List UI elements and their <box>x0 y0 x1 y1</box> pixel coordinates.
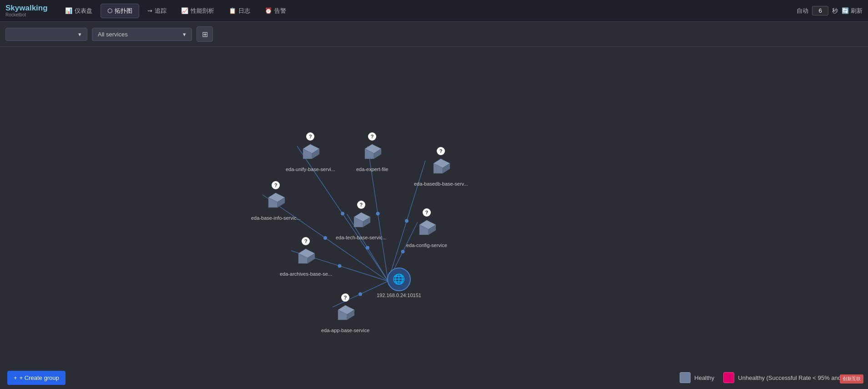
node-label: eda-unify-base-servi... <box>286 167 335 172</box>
node-eda-config[interactable]: ? eda-config-service <box>406 208 447 248</box>
service-dropdown-value: All services <box>98 31 128 38</box>
service-icon <box>415 217 439 241</box>
node-label: 192.168.0.24:10151 <box>377 293 421 298</box>
nav-profile[interactable]: 📈 性能剖析 <box>175 4 221 18</box>
logo-sub: Rocketbot <box>5 12 26 17</box>
node-badge: ? <box>423 208 431 217</box>
service-icon <box>360 141 384 165</box>
node-label: eda-config-service <box>406 242 447 248</box>
node-eda-expert[interactable]: ? eda-expert-file <box>356 132 388 172</box>
layout-button[interactable]: ⊞ <box>197 26 213 42</box>
topology-icon: ⬡ <box>107 7 112 14</box>
legend-healthy: Healthy <box>680 372 714 383</box>
service-icon <box>429 156 453 180</box>
node-label: eda-base-info-servic... <box>251 215 301 221</box>
node-badge: ? <box>341 293 349 302</box>
auto-label: 自动 <box>797 7 808 15</box>
chevron-down-icon: ▾ <box>78 31 81 38</box>
trace-icon: ⇝ <box>147 7 152 14</box>
nav-topology[interactable]: ⬡ 拓扑图 <box>101 4 139 18</box>
log-icon: 📋 <box>229 7 236 14</box>
service-icon <box>333 303 357 326</box>
legend: Healthy Unhealthy (Successful Rate < 95%… <box>680 372 861 383</box>
nav-log[interactable]: 📋 日志 <box>222 4 257 18</box>
node-badge: ? <box>272 181 280 189</box>
dashboard-icon: 📊 <box>65 7 72 14</box>
topology-area: ? eda-unify-base-servi... ? <box>0 47 868 389</box>
refresh-icon: 🔄 <box>842 7 849 14</box>
logo-text: Skywalking <box>5 4 48 13</box>
logo-area: Skywalking Rocketbot <box>5 4 48 18</box>
node-label: eda-expert-file <box>356 167 388 172</box>
svg-point-9 <box>366 246 369 250</box>
bottom-bar: + + Create group Healthy Unhealthy (Succ… <box>0 366 868 389</box>
navbar-right: 自动 秒 🔄 刷新 <box>797 6 863 15</box>
node-badge: ? <box>437 147 445 155</box>
healthy-label: Healthy <box>694 374 714 381</box>
nav-dashboard[interactable]: 📊 仪表盘 <box>59 4 99 18</box>
seconds-unit: 秒 <box>832 7 838 15</box>
node-eda-basedb[interactable]: ? eda-basedb-base-serv... <box>414 147 468 187</box>
node-eda-tech[interactable]: ? eda-tech-base-servic... <box>336 201 387 240</box>
layout-icon: ⊞ <box>202 30 208 39</box>
globe-icon: 🌐 <box>387 268 411 291</box>
service-icon <box>264 190 288 214</box>
svg-point-13 <box>338 264 342 268</box>
node-ip-node[interactable]: 🌐 192.168.0.24:10151 <box>377 268 421 298</box>
group-dropdown-value <box>11 31 13 38</box>
node-eda-base-info[interactable]: ? eda-base-info-servic... <box>251 181 301 221</box>
node-badge: ? <box>368 132 376 141</box>
node-badge: ? <box>306 132 314 141</box>
plus-icon: + <box>14 374 17 381</box>
watermark: 创新互联 <box>840 374 863 384</box>
unhealthy-icon <box>723 372 734 383</box>
group-dropdown[interactable]: ▾ <box>5 28 87 41</box>
service-dropdown[interactable]: All services ▾ <box>92 28 192 41</box>
node-label: eda-archives-base-se... <box>280 271 332 277</box>
toolbar: ▾ All services ▾ ⊞ <box>0 22 868 47</box>
node-eda-app[interactable]: ? eda-app-base-service <box>321 293 369 333</box>
node-badge: ? <box>357 201 365 209</box>
service-icon <box>298 141 322 165</box>
nav-alert[interactable]: ⏰ 告警 <box>258 4 293 18</box>
node-label: eda-tech-base-servic... <box>336 235 387 240</box>
refresh-button[interactable]: 🔄 刷新 <box>842 7 863 15</box>
seconds-input[interactable] <box>812 6 828 15</box>
alert-icon: ⏰ <box>265 7 272 14</box>
service-icon <box>349 210 373 233</box>
chevron-down-icon-2: ▾ <box>183 31 186 38</box>
node-eda-unify[interactable]: ? eda-unify-base-servi... <box>286 132 335 172</box>
navbar: Skywalking Rocketbot 📊 仪表盘 ⬡ 拓扑图 ⇝ 追踪 📈 … <box>0 0 868 22</box>
node-badge: ? <box>302 237 310 245</box>
healthy-icon <box>680 372 691 383</box>
service-icon <box>294 246 318 270</box>
svg-point-11 <box>401 250 405 253</box>
nav-trace[interactable]: ⇝ 追踪 <box>141 4 173 18</box>
node-label: eda-basedb-base-serv... <box>414 181 468 187</box>
create-group-button[interactable]: + + Create group <box>7 371 66 385</box>
node-eda-archives[interactable]: ? eda-archives-base-se... <box>280 237 332 277</box>
node-label: eda-app-base-service <box>321 328 369 333</box>
profile-icon: 📈 <box>181 7 188 14</box>
